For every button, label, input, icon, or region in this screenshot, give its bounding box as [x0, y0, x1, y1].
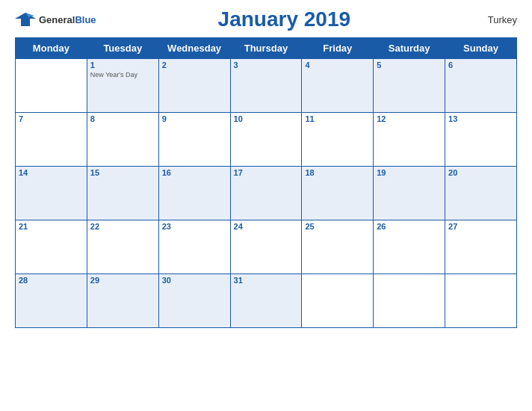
calendar-body: 1New Year's Day2345678910111213141516171…	[16, 59, 517, 328]
day-cell: 20	[445, 167, 517, 220]
day-cell: 10	[230, 113, 302, 167]
day-number: 5	[377, 61, 442, 69]
day-cell: 6	[445, 59, 517, 113]
day-number: 6	[448, 61, 513, 69]
day-number: 13	[448, 114, 513, 123]
day-cell: 28	[16, 274, 87, 328]
day-cell: 27	[445, 220, 517, 274]
logo-bird-icon	[15, 11, 36, 28]
day-number: 30	[162, 276, 227, 285]
day-number: 15	[90, 168, 155, 177]
day-number: 31	[234, 276, 299, 285]
day-number: 19	[377, 168, 442, 177]
day-number: 10	[234, 114, 299, 123]
day-cell: 13	[445, 113, 517, 167]
week-row-4: 21222324252627	[16, 220, 517, 274]
day-cell: 18	[302, 167, 374, 220]
day-cell	[445, 274, 517, 328]
days-header-row: MondayTuesdayWednesdayThursdayFridaySatu…	[16, 38, 517, 59]
country-label: Turkey	[472, 14, 517, 25]
day-cell: 26	[374, 220, 445, 274]
day-cell: 17	[230, 167, 302, 220]
day-number: 22	[90, 222, 155, 231]
calendar-header: GeneralBlue January 2019 Turkey	[15, 7, 517, 34]
day-cell: 3	[230, 59, 302, 113]
day-cell: 22	[87, 220, 158, 274]
day-cell: 1New Year's Day	[87, 59, 158, 113]
day-cell: 8	[87, 113, 158, 167]
day-cell: 2	[158, 59, 230, 113]
day-number: 16	[162, 168, 227, 177]
week-row-3: 14151617181920	[16, 167, 517, 220]
day-number: 4	[305, 61, 370, 69]
day-cell: 11	[302, 113, 374, 167]
week-row-5: 28293031	[16, 274, 517, 328]
col-header-monday: Monday	[16, 38, 87, 59]
calendar-table: MondayTuesdayWednesdayThursdayFridaySatu…	[15, 37, 517, 328]
day-cell: 4	[302, 59, 374, 113]
day-cell: 25	[302, 220, 374, 274]
day-number: 9	[162, 114, 227, 123]
col-header-wednesday: Wednesday	[158, 38, 230, 59]
col-header-friday: Friday	[302, 38, 374, 59]
day-cell: 21	[16, 220, 87, 274]
day-number: 26	[377, 222, 442, 231]
holiday-label: New Year's Day	[90, 71, 155, 78]
col-header-thursday: Thursday	[230, 38, 302, 59]
col-header-tuesday: Tuesday	[87, 38, 158, 59]
day-number: 17	[234, 168, 299, 177]
day-number: 25	[305, 222, 370, 231]
day-number: 7	[19, 114, 84, 123]
day-cell	[374, 274, 445, 328]
day-number: 1	[90, 61, 155, 69]
day-number: 23	[162, 222, 227, 231]
day-cell: 5	[374, 59, 445, 113]
day-number: 29	[90, 276, 155, 285]
day-cell: 14	[16, 167, 87, 220]
day-cell	[16, 59, 87, 113]
day-number: 21	[19, 222, 84, 231]
day-number: 3	[234, 61, 299, 69]
col-header-sunday: Sunday	[445, 38, 517, 59]
day-cell: 30	[158, 274, 230, 328]
day-number: 14	[19, 168, 84, 177]
week-row-2: 78910111213	[16, 113, 517, 167]
day-cell: 19	[374, 167, 445, 220]
day-cell	[302, 274, 374, 328]
day-cell: 24	[230, 220, 302, 274]
day-number: 20	[448, 168, 513, 177]
svg-marker-0	[15, 13, 36, 26]
day-number: 27	[448, 222, 513, 231]
day-cell: 31	[230, 274, 302, 328]
day-cell: 12	[374, 113, 445, 167]
week-row-1: 1New Year's Day23456	[16, 59, 517, 113]
day-cell: 23	[158, 220, 230, 274]
day-number: 18	[305, 168, 370, 177]
day-number: 28	[19, 276, 84, 285]
day-cell: 29	[87, 274, 158, 328]
day-number: 11	[305, 114, 370, 123]
day-cell: 16	[158, 167, 230, 220]
logo-general-text: GeneralBlue	[39, 13, 96, 26]
day-number: 2	[162, 61, 227, 69]
col-header-saturday: Saturday	[374, 38, 445, 59]
day-number: 8	[90, 114, 155, 123]
day-number: 24	[234, 222, 299, 231]
day-cell: 7	[16, 113, 87, 167]
day-cell: 15	[87, 167, 158, 220]
logo: GeneralBlue	[15, 11, 96, 28]
day-number: 12	[377, 114, 442, 123]
day-cell: 9	[158, 113, 230, 167]
month-title: January 2019	[96, 7, 472, 31]
